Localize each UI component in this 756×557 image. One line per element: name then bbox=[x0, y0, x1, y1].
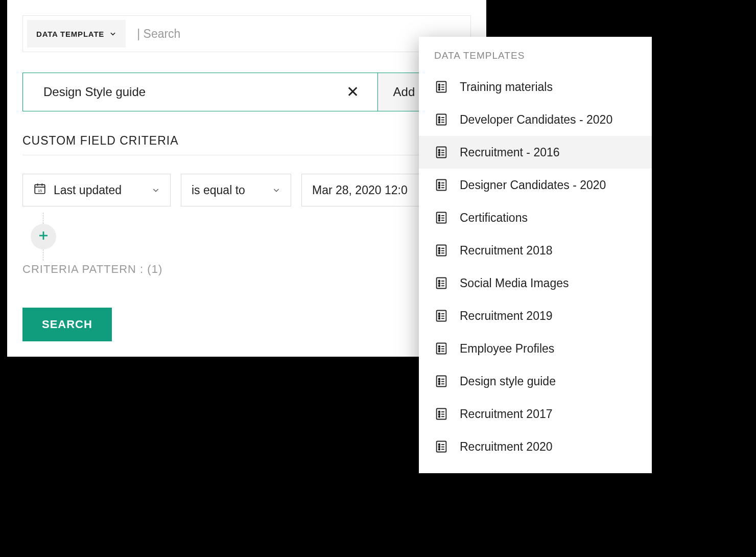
template-item[interactable]: Recruitment 2020 bbox=[419, 430, 652, 463]
data-template-dropdown-trigger[interactable]: DATA TEMPLATE bbox=[27, 20, 126, 48]
template-item[interactable]: Recruitment 2019 bbox=[419, 299, 652, 332]
template-item-label: Designer Candidates - 2020 bbox=[460, 178, 606, 192]
template-icon bbox=[434, 309, 448, 323]
template-item-label: Recruitment 2019 bbox=[460, 309, 553, 323]
template-item[interactable]: Recruitment - 2016 bbox=[419, 136, 652, 169]
template-item-label: Employee Profiles bbox=[460, 342, 554, 356]
data-templates-dropdown: DATA TEMPLATES Training materialsDevelop… bbox=[419, 37, 652, 473]
template-icon bbox=[434, 80, 448, 94]
dropdown-header: DATA TEMPLATES bbox=[419, 50, 652, 71]
field-select[interactable]: 15 Last updated bbox=[22, 174, 171, 206]
template-item[interactable]: Training materials bbox=[419, 71, 652, 103]
chevron-down-icon bbox=[109, 30, 116, 37]
add-criteria-row-button[interactable] bbox=[31, 224, 56, 249]
criteria-chip-row: Design Style guide ✕ Add criteria bbox=[22, 73, 471, 111]
field-select-label: Last updated bbox=[54, 183, 145, 197]
calendar-icon: 15 bbox=[33, 182, 46, 198]
chevron-down-icon bbox=[152, 183, 160, 197]
template-item-label: Training materials bbox=[460, 80, 553, 94]
data-template-label: DATA TEMPLATE bbox=[36, 30, 104, 38]
template-icon bbox=[434, 407, 448, 421]
template-item[interactable]: Recruitment 2017 bbox=[419, 398, 652, 430]
template-icon bbox=[434, 374, 448, 388]
template-item-label: Developer Candidates - 2020 bbox=[460, 113, 612, 127]
template-icon bbox=[434, 276, 448, 290]
template-item-label: Design style guide bbox=[460, 375, 556, 388]
template-item[interactable]: Designer Candidates - 2020 bbox=[419, 169, 652, 201]
template-icon bbox=[434, 112, 448, 127]
template-item-label: Recruitment 2017 bbox=[460, 407, 553, 421]
chevron-down-icon bbox=[272, 183, 280, 197]
template-item-label: Certifications bbox=[460, 211, 528, 225]
criteria-chip-label: Design Style guide bbox=[43, 85, 146, 99]
template-icon bbox=[434, 145, 448, 159]
criteria-pattern-text: CRITERIA PATTERN : (1) bbox=[22, 263, 471, 276]
template-item[interactable]: Employee Profiles bbox=[419, 332, 652, 365]
search-button[interactable]: SEARCH bbox=[22, 308, 112, 341]
template-item-label: Recruitment 2018 bbox=[460, 244, 553, 258]
template-item-label: Recruitment 2020 bbox=[460, 440, 553, 454]
template-item[interactable]: Developer Candidates - 2020 bbox=[419, 103, 652, 136]
template-item-label: Social Media Images bbox=[460, 276, 569, 290]
dropdown-list: Training materialsDeveloper Candidates -… bbox=[419, 71, 652, 463]
criteria-row: 15 Last updated is equal to Mar 28, 2020… bbox=[22, 174, 471, 206]
template-icon bbox=[434, 439, 448, 454]
main-panel: DATA TEMPLATE Design Style guide ✕ Add c… bbox=[7, 0, 486, 357]
template-icon bbox=[434, 341, 448, 356]
template-item[interactable]: Design style guide bbox=[419, 365, 652, 398]
connector-line bbox=[43, 213, 43, 224]
plus-icon bbox=[37, 229, 50, 244]
svg-text:15: 15 bbox=[38, 189, 42, 193]
template-icon bbox=[434, 178, 448, 192]
template-item-label: Recruitment - 2016 bbox=[460, 146, 560, 159]
search-button-label: SEARCH bbox=[42, 318, 92, 331]
search-bar: DATA TEMPLATE bbox=[22, 15, 471, 52]
operator-select[interactable]: is equal to bbox=[181, 174, 291, 206]
template-item[interactable]: Certifications bbox=[419, 201, 652, 234]
template-icon bbox=[434, 211, 448, 225]
criteria-chip[interactable]: Design Style guide ✕ bbox=[23, 73, 377, 111]
operator-select-label: is equal to bbox=[192, 183, 265, 197]
template-item[interactable]: Recruitment 2018 bbox=[419, 234, 652, 267]
close-icon[interactable]: ✕ bbox=[343, 83, 362, 101]
template-item[interactable]: Social Media Images bbox=[419, 267, 652, 299]
template-icon bbox=[434, 243, 448, 258]
custom-field-criteria-title: CUSTOM FIELD CRITERIA bbox=[22, 134, 471, 155]
connector-line bbox=[43, 249, 43, 261]
